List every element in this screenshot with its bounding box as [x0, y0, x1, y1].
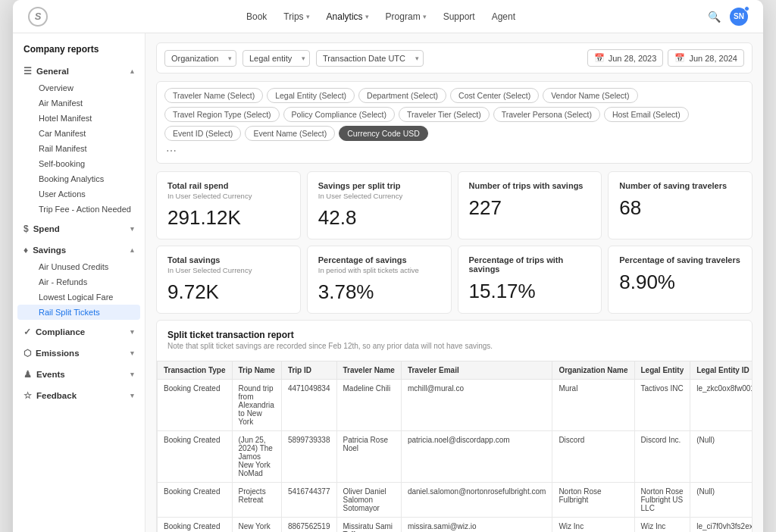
table-cell: mchill@mural.co — [401, 380, 552, 431]
chips-row: Traveler Name (Select)Legal Entity (Sele… — [156, 81, 753, 164]
table-cell: Mural — [552, 380, 634, 431]
sidebar-item-booking-analytics[interactable]: Booking Analytics — [13, 171, 145, 186]
chip-legal-entity-select[interactable]: Legal Entity (Select) — [267, 88, 355, 103]
metric-card-4: Total savings In User Selected Currency … — [156, 246, 301, 314]
sidebar-item-self-booking[interactable]: Self-booking — [13, 156, 145, 171]
metric-label: Savings per split trip — [318, 181, 440, 190]
chip-currency-code-usd[interactable]: Currency Code USD — [339, 126, 428, 141]
chip-event-name-select[interactable]: Event Name (Select) — [245, 126, 335, 141]
sidebar-section-header-feedback[interactable]: ☆Feedback▾ — [13, 386, 145, 405]
sidebar-section-header-general[interactable]: ☰General▴ — [13, 62, 145, 80]
chip-traveler-tier-select[interactable]: Traveler Tier (Select) — [399, 107, 490, 122]
nav-link-analytics[interactable]: Analytics▾ — [327, 11, 369, 22]
content-area: Organization Legal entity Transaction Da… — [146, 33, 763, 532]
legal-entity-filter[interactable]: Legal entity — [242, 50, 310, 67]
chevron-icon: ▾ — [130, 392, 134, 399]
chevron-icon: ▾ — [130, 328, 134, 336]
chip-department-select[interactable]: Department (Select) — [358, 88, 446, 103]
chevron-icon: ▴ — [130, 246, 134, 254]
table-cell: Wiz Inc — [552, 518, 634, 533]
sidebar-item-user-actions[interactable]: User Actions — [13, 186, 145, 202]
nav-links: BookTrips▾Analytics▾Program▾SupportAgent — [75, 11, 687, 22]
chevron-down-icon: ▾ — [423, 13, 427, 20]
nav-link-agent[interactable]: Agent — [492, 11, 515, 22]
sidebar-section-header-emissions[interactable]: ⬡Emissions▾ — [13, 344, 145, 362]
organization-filter[interactable]: Organization — [164, 50, 236, 67]
metric-card-3: Number of saving travelers 68 — [608, 171, 753, 239]
date-range: 📅 Jun 28, 2023 📅 Jun 28, 2024 — [587, 49, 744, 67]
nav-right: 🔍 SN — [708, 8, 748, 26]
sidebar-section-header-spend[interactable]: $Spend▾ — [13, 220, 145, 238]
chip-policy-compliance-select[interactable]: Policy Compliance (Select) — [283, 107, 395, 122]
transaction-date-filter[interactable]: Transaction Date UTC — [316, 50, 424, 67]
search-icon[interactable]: 🔍 — [708, 11, 721, 23]
table-header-trip-id: Trip ID — [281, 361, 336, 380]
chip-cost-center-select[interactable]: Cost Center (Select) — [450, 88, 539, 103]
sidebar-section-header-savings[interactable]: ♦Savings▴ — [13, 241, 145, 259]
chip-traveler-name-select[interactable]: Traveler Name (Select) — [164, 88, 263, 103]
table-section-title: Split ticket transaction report — [167, 330, 741, 340]
metric-card-5: Percentage of savings In period with spl… — [307, 246, 452, 314]
table-cell: missira.sami@wiz.io — [401, 518, 552, 533]
table-row[interactable]: Booking Created(Jun 25, 2024) The Jamos … — [158, 431, 753, 483]
metric-label: Number of trips with savings — [469, 181, 591, 190]
sidebar-item-air-manifest[interactable]: Air Manifest — [13, 95, 145, 111]
table-cell: Discord — [552, 431, 634, 483]
avatar[interactable]: SN — [730, 8, 748, 26]
logo-icon: S — [28, 7, 48, 27]
sidebar-item-trip-fee---action-needed[interactable]: Trip Fee - Action Needed — [13, 202, 145, 217]
table-cell: 5416744377 — [281, 483, 336, 518]
chip-vendor-name-select[interactable]: Vendor Name (Select) — [543, 88, 637, 103]
sidebar-item-lowest-logical-fare[interactable]: Lowest Logical Fare — [13, 289, 145, 305]
sidebar-section-savings: ♦Savings▴Air Unused CreditsAir - Refunds… — [13, 241, 145, 320]
table-row[interactable]: Booking CreatedRound trip from Alexandri… — [158, 380, 753, 431]
chip-travel-region-type-select[interactable]: Travel Region Type (Select) — [164, 107, 280, 122]
table-cell: (Jun 25, 2024) The Jamos New York NoMad — [232, 431, 281, 483]
metric-card-1: Savings per split trip In User Selected … — [307, 171, 452, 239]
table-cell: Norton Rose Fulbright US LLC — [634, 483, 690, 518]
chip-host-email-select[interactable]: Host Email (Select) — [604, 107, 689, 122]
metric-label: Percentage of savings — [318, 255, 440, 264]
chips-more-icon[interactable]: ⋯ — [166, 145, 177, 157]
avatar-notification-dot — [744, 6, 749, 11]
chip-traveler-persona-select[interactable]: Traveler Persona (Select) — [493, 107, 600, 122]
transaction-date-filter-wrapper: Transaction Date UTC — [316, 50, 424, 67]
table-cell: (Null) — [690, 431, 752, 483]
sidebar-item-rail-split-tickets[interactable]: Rail Split Tickets — [17, 305, 140, 320]
nav-link-support[interactable]: Support — [443, 11, 475, 22]
sidebar-section-header-compliance[interactable]: ✓Compliance▾ — [13, 323, 145, 341]
sidebar-item-rail-manifest[interactable]: Rail Manifest — [13, 141, 145, 156]
filter-bar: Organization Legal entity Transaction Da… — [156, 42, 753, 74]
table-header-organization-name: Organization Name — [552, 361, 634, 380]
metric-card-7: Percentage of saving travelers 8.90% — [608, 246, 753, 314]
chip-event-id-select[interactable]: Event ID (Select) — [164, 126, 241, 141]
sidebar-section-header-events[interactable]: ♟Events▾ — [13, 365, 145, 383]
metric-sublabel: In User Selected Currency — [167, 192, 289, 200]
nav-link-program[interactable]: Program▾ — [386, 11, 427, 22]
nav-link-book[interactable]: Book — [246, 11, 267, 22]
sidebar-section-emissions: ⬡Emissions▾ — [13, 344, 145, 362]
date-to[interactable]: 📅 Jun 28, 2024 — [668, 49, 744, 67]
table-cell: 4471049834 — [281, 380, 336, 431]
metric-card-2: Number of trips with savings 227 — [458, 171, 602, 239]
sidebar-item-air-unused-credits[interactable]: Air Unused Credits — [13, 259, 145, 274]
date-from[interactable]: 📅 Jun 28, 2023 — [587, 49, 664, 67]
metric-value: 68 — [619, 196, 741, 220]
sidebar-item-car-manifest[interactable]: Car Manifest — [13, 126, 145, 141]
nav-link-trips[interactable]: Trips▾ — [283, 11, 309, 22]
table-header-legal-entity-id-tmc-assigned: Legal Entity ID (TMC Assigned) — [690, 361, 752, 380]
table-row[interactable]: Booking CreatedProjects Retreat541674437… — [158, 483, 753, 518]
table-cell: Oliver Daniel Salomon Sotomayor — [336, 483, 401, 518]
sidebar-item-air---refunds[interactable]: Air - Refunds — [13, 274, 145, 289]
sidebar-item-overview[interactable]: Overview — [13, 80, 145, 95]
metric-label: Number of saving travelers — [619, 181, 741, 190]
sidebar-section-events: ♟Events▾ — [13, 365, 145, 383]
table-cell: Missiratu Sami Taffa — [336, 518, 401, 533]
sidebar-item-hotel-manifest[interactable]: Hotel Manifest — [13, 111, 145, 126]
section-icon: $ — [23, 224, 29, 234]
table-row[interactable]: Booking CreatedNew York8867562519Missira… — [158, 518, 753, 533]
table-cell: patricia.noel@discordapp.com — [401, 431, 552, 483]
table-cell: Booking Created — [158, 380, 233, 431]
table-cell: Norton Rose Fulbright — [552, 483, 634, 518]
table-header-transaction-type: Transaction Type — [158, 361, 233, 380]
